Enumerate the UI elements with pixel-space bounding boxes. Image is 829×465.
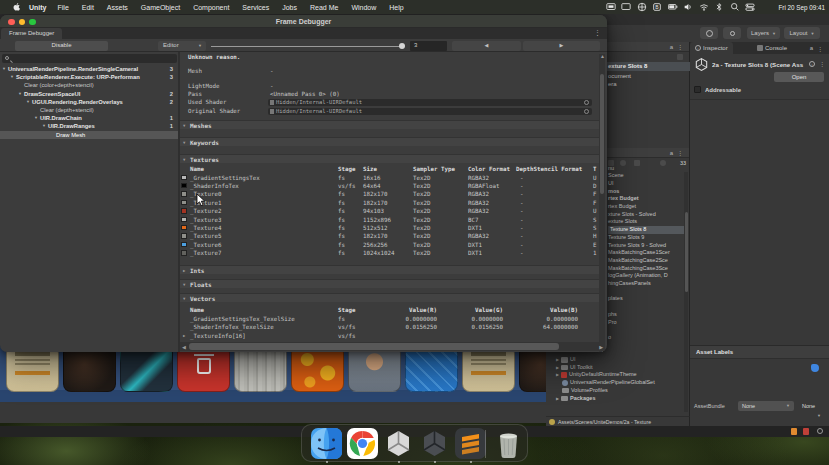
project-item[interactable]: UI	[608, 180, 614, 188]
menu-jobs[interactable]: Jobs	[282, 4, 297, 11]
display-mirror-icon[interactable]	[606, 2, 616, 12]
project-item[interactable]: exture Slots	[608, 218, 637, 226]
shader-object-field[interactable]: Hidden/Internal-UIRDefault	[268, 99, 592, 107]
tab-console[interactable]: Console	[752, 42, 792, 54]
expander-icon[interactable]: ▶	[183, 268, 185, 273]
project-item[interactable]: rtex Budget	[608, 195, 639, 203]
expander-icon[interactable]: ▼	[10, 73, 14, 81]
event-tree-row[interactable]: ▼UIR.DrawChain1	[0, 114, 178, 122]
event-tree-row[interactable]: Clear (color+depth+stencil)	[0, 81, 178, 89]
menu-help[interactable]: Help	[389, 4, 403, 11]
project-item[interactable]: plates	[608, 295, 623, 303]
event-tree-row[interactable]: ▼UniversalRenderPipeline.RenderSingleCam…	[0, 65, 178, 73]
hierarchy-item[interactable]: ocument	[608, 72, 631, 80]
project-item[interactable]: hingCasesPanels	[608, 280, 651, 288]
status-orange-icon[interactable]	[791, 428, 797, 435]
project-item[interactable]: xture Slots - Solved	[608, 211, 656, 219]
control-center-icon[interactable]	[745, 2, 755, 12]
menu-edit[interactable]: Edit	[82, 4, 94, 11]
event-tree-row[interactable]: ▼UGUI.Rendering.RenderOverlays2	[0, 98, 178, 106]
addressable-checkbox[interactable]	[694, 86, 701, 93]
tag-icon[interactable]	[811, 364, 819, 372]
event-tree-row[interactable]: ▼UIR.DrawRanges1	[0, 122, 178, 130]
event-tree-row[interactable]: ▼ScriptableRenderer.Execute: URP-Perform…	[0, 73, 178, 81]
project-item[interactable]: rtex Budget	[608, 203, 636, 211]
globe-icon[interactable]	[637, 2, 647, 12]
project-folder-universalrenderpipelineglobalset[interactable]: UniversalRenderPipelineGlobalSet	[556, 379, 655, 387]
toolbar-search-button[interactable]	[723, 27, 741, 39]
lock-icon[interactable]: a	[810, 45, 813, 51]
project-item[interactable]: MaskBatchingCase1Scer	[608, 249, 670, 257]
open-button[interactable]: Open	[774, 72, 824, 82]
expander-icon[interactable]: ▼	[183, 282, 185, 287]
collab-button[interactable]	[700, 27, 718, 39]
kebab-menu-icon[interactable]: ⋮	[677, 150, 683, 156]
project-folder-ui-toolkit[interactable]: ▶UI Toolkit	[556, 364, 593, 372]
kebab-menu-icon[interactable]: ⋮	[817, 45, 823, 52]
menu-file[interactable]: File	[58, 4, 69, 11]
dock-finder[interactable]	[311, 428, 342, 459]
expander-icon[interactable]: ▼	[183, 140, 185, 145]
fd-search-field[interactable]	[2, 54, 177, 63]
bluetooth-icon[interactable]	[714, 2, 724, 12]
project-item[interactable]: Texture Slots 9 - Solved	[608, 242, 666, 250]
menu-clock[interactable]: Fri 20 Sep 09:41	[778, 0, 825, 14]
expander-icon[interactable]: ▼	[34, 114, 38, 122]
disable-button[interactable]: Disable	[15, 41, 108, 51]
details-horizontal-scrollbar[interactable]: ◀ ▶	[180, 342, 605, 351]
meshes-section[interactable]: ▼Meshes	[180, 120, 599, 129]
event-tree-row[interactable]: ▼DrawScreenSpaceUI2	[0, 90, 178, 98]
vectors-section[interactable]: ▼Vectors	[180, 293, 599, 302]
display-icon[interactable]	[621, 2, 631, 12]
status-check-icon[interactable]	[817, 428, 823, 434]
menu-assets[interactable]: Assets	[107, 4, 128, 11]
menu-services[interactable]: Services	[242, 4, 269, 11]
object-picker-icon[interactable]	[584, 100, 589, 105]
project-item[interactable]: phs	[608, 311, 617, 319]
info-icon[interactable]: i	[809, 61, 815, 67]
battery-icon[interactable]	[668, 2, 678, 12]
dock-unity[interactable]	[419, 428, 450, 459]
project-item[interactable]: Texture Slots 9	[608, 234, 644, 242]
kebab-menu-icon[interactable]: ⋮	[677, 44, 683, 50]
dock-chrome[interactable]	[347, 428, 378, 459]
keyboard-icon[interactable]: B	[652, 2, 662, 12]
assetbundle-dropdown[interactable]: None▼	[738, 401, 794, 411]
project-item[interactable]: MaskBatchingCase2Sce	[608, 257, 668, 265]
target-dropdown[interactable]: Editor▼	[158, 41, 206, 51]
project-folder-ui[interactable]: ▶UI	[556, 356, 576, 364]
prev-event-button[interactable]: ◀	[452, 41, 521, 51]
lock-icon[interactable]: a	[670, 150, 673, 156]
dock-sublime[interactable]	[455, 428, 486, 459]
tab-inspector[interactable]: i Inspector	[690, 42, 733, 54]
keywords-section[interactable]: ▼Keywords	[180, 137, 599, 146]
expander-icon[interactable]: ▶	[556, 371, 559, 379]
event-slider-handle[interactable]	[399, 43, 405, 49]
textures-section[interactable]: ▼Textures	[180, 154, 599, 163]
expander-icon[interactable]: ▼	[183, 157, 185, 162]
expander-icon[interactable]: ▶	[556, 395, 559, 403]
object-picker-icon[interactable]	[584, 109, 589, 114]
project-folder-volumeprofiles[interactable]: VolumeProfiles	[556, 387, 608, 395]
search-icon[interactable]	[730, 2, 740, 12]
expander-icon[interactable]: ▼	[42, 122, 46, 130]
shader-object-field[interactable]: Hidden/Internal-UIRDefault	[268, 108, 592, 116]
next-event-button[interactable]: ▶	[523, 41, 600, 51]
menu-unity[interactable]: Unity	[29, 4, 47, 11]
details-vertical-scrollbar[interactable]: ▲ ▼	[599, 54, 605, 352]
wifi-icon[interactable]	[699, 2, 709, 12]
menu-readme[interactable]: Read Me	[310, 4, 338, 11]
project-scrollbar[interactable]	[684, 172, 688, 412]
expander-icon[interactable]: ▼	[2, 65, 6, 73]
lock-icon[interactable]: a	[670, 44, 673, 50]
layout-dropdown[interactable]: Layout▼	[784, 27, 820, 39]
project-folder-unitydefaultruntimetheme[interactable]: ▶UnityDefaultRuntimeTheme	[556, 371, 637, 379]
event-number-field[interactable]: 3	[410, 41, 447, 51]
menu-window[interactable]: Window	[351, 4, 376, 11]
dock-unity-hub[interactable]	[383, 428, 414, 459]
ints-section[interactable]: ▶Ints	[180, 265, 599, 274]
menu-component[interactable]: Component	[193, 4, 229, 11]
expander-icon[interactable]: ▼	[183, 296, 185, 301]
apple-icon[interactable]	[13, 3, 20, 11]
project-folder-packages[interactable]: ▶Packages	[556, 395, 595, 403]
